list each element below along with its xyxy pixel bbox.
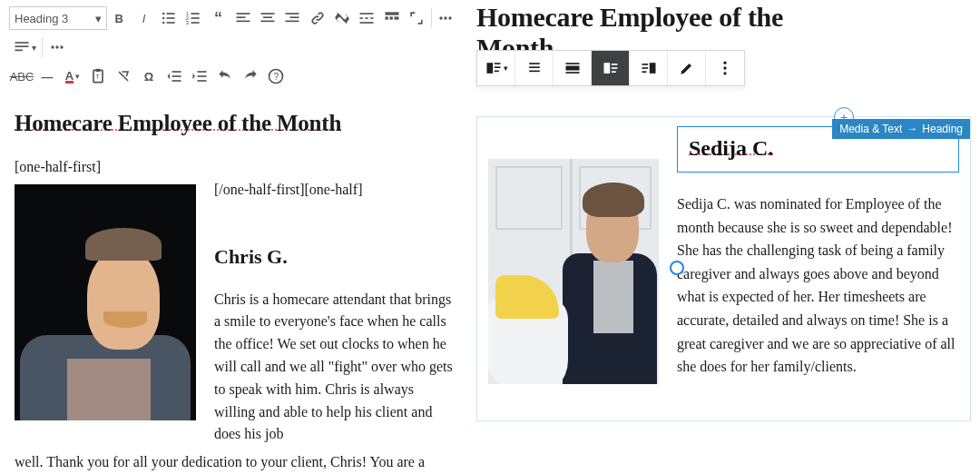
svg-rect-41	[96, 69, 101, 72]
svg-rect-45	[172, 80, 181, 82]
kitchen-sink-button[interactable]	[434, 5, 458, 31]
svg-point-70	[723, 66, 726, 69]
svg-rect-11	[191, 22, 200, 24]
svg-rect-17	[261, 21, 275, 23]
employee-name-heading: Sedija C.	[689, 143, 773, 155]
svg-rect-68	[642, 71, 646, 73]
svg-rect-5	[166, 22, 174, 24]
svg-rect-34	[15, 42, 29, 44]
bold-button[interactable]: B	[107, 5, 132, 31]
block-toolbar: ▾	[476, 50, 745, 86]
italic-button[interactable]: I	[132, 5, 156, 31]
svg-point-71	[723, 72, 726, 74]
svg-rect-12	[236, 13, 250, 15]
text-color-button[interactable]: A▾	[60, 64, 85, 89]
number-list-button[interactable]: 123	[181, 5, 206, 31]
svg-rect-63	[611, 67, 617, 69]
indent-button[interactable]	[187, 64, 212, 89]
page-heading-line1[interactable]: Homecare Employee of the	[476, 0, 971, 33]
svg-rect-23	[360, 17, 363, 19]
read-more-button[interactable]	[355, 5, 379, 31]
block-transform-button[interactable]: ▾	[477, 51, 515, 85]
special-char-button[interactable]: Ω	[136, 64, 162, 89]
svg-rect-1	[166, 13, 174, 15]
svg-rect-58	[565, 63, 579, 64]
align-left-button[interactable]	[230, 5, 255, 31]
clear-format-button[interactable]	[111, 64, 136, 89]
svg-rect-20	[286, 21, 299, 23]
undo-button[interactable]	[212, 64, 238, 89]
employee-body-tail: well. Thank you for all your dedication …	[15, 451, 453, 474]
svg-rect-64	[611, 71, 615, 73]
svg-rect-24	[366, 17, 368, 19]
edit-media-button[interactable]	[668, 51, 706, 85]
svg-rect-62	[611, 64, 617, 65]
employee-photo-chris[interactable]	[15, 184, 196, 420]
align-none-button[interactable]	[515, 51, 554, 85]
link-button[interactable]	[305, 5, 329, 31]
svg-rect-51	[486, 63, 493, 74]
svg-rect-54	[494, 71, 498, 73]
align-wide-button[interactable]	[554, 51, 592, 85]
svg-point-4	[162, 22, 165, 25]
svg-rect-59	[565, 66, 579, 71]
toolbar-toggle-button[interactable]	[379, 5, 404, 31]
svg-rect-14	[236, 21, 250, 23]
svg-rect-35	[15, 45, 29, 47]
svg-point-33	[449, 16, 452, 19]
media-right-button[interactable]	[630, 51, 668, 85]
bullet-list-button[interactable]	[156, 5, 181, 31]
paste-text-button[interactable]: T	[85, 64, 111, 89]
svg-rect-66	[642, 64, 648, 65]
quote-button[interactable]: “	[206, 5, 230, 31]
svg-rect-46	[198, 71, 207, 73]
svg-rect-53	[494, 66, 500, 68]
svg-rect-56	[529, 66, 540, 68]
media-left-button[interactable]	[592, 51, 630, 85]
breadcrumb-child: Heading	[922, 123, 963, 135]
classic-toolbar: Heading 3 ▾ B I 123 “	[9, 0, 458, 91]
employee-body-text[interactable]: Sedija C. was nominated for Employee of …	[677, 193, 959, 379]
paragraph-style-select[interactable]: Heading 3 ▾	[9, 6, 107, 30]
svg-rect-16	[263, 16, 272, 18]
svg-rect-43	[172, 71, 181, 73]
media-resize-handle[interactable]	[670, 261, 684, 275]
employee-photo-sedija[interactable]	[488, 159, 659, 384]
svg-rect-30	[394, 16, 398, 19]
svg-text:3: 3	[186, 20, 189, 25]
svg-rect-55	[529, 63, 540, 64]
svg-rect-22	[360, 13, 374, 15]
redo-button[interactable]	[238, 64, 263, 89]
svg-point-2	[162, 17, 165, 20]
block-breadcrumb[interactable]: Media & Text → Heading	[832, 119, 970, 139]
svg-rect-60	[565, 72, 579, 74]
svg-rect-27	[385, 12, 398, 15]
employee-name-heading: Chris G.	[214, 245, 453, 269]
align-right-button[interactable]	[280, 5, 305, 31]
media-text-block[interactable]: + Media & Text → Heading	[476, 116, 971, 421]
svg-rect-26	[360, 22, 374, 24]
page-heading: Homecare Employee of the Month	[15, 111, 453, 136]
fullscreen-button[interactable]	[404, 5, 428, 31]
row2-more-button[interactable]	[44, 35, 70, 60]
align-center-button[interactable]	[255, 5, 279, 31]
svg-point-32	[445, 16, 447, 19]
chevron-down-icon: ▾	[95, 12, 102, 25]
hr-button[interactable]: —	[34, 64, 60, 89]
svg-text:?: ?	[274, 72, 279, 82]
unlink-button[interactable]	[329, 5, 354, 31]
block-paragraph-button[interactable]: ▾	[9, 35, 40, 60]
outdent-button[interactable]	[162, 64, 187, 89]
svg-rect-19	[290, 16, 299, 18]
svg-rect-25	[371, 17, 374, 19]
classic-editor-pane: Heading 3 ▾ B I 123 “	[0, 0, 467, 474]
classic-editor-body[interactable]: Homecare Employee of the Month [one-half…	[9, 91, 458, 474]
svg-rect-7	[191, 13, 200, 15]
style-select-label: Heading 3	[15, 12, 68, 25]
svg-rect-3	[166, 17, 174, 19]
help-button[interactable]: ?	[263, 64, 289, 89]
block-more-button[interactable]	[706, 51, 744, 85]
svg-rect-61	[603, 63, 610, 74]
strike-button[interactable]: ABC	[9, 64, 34, 89]
svg-rect-67	[642, 67, 648, 69]
